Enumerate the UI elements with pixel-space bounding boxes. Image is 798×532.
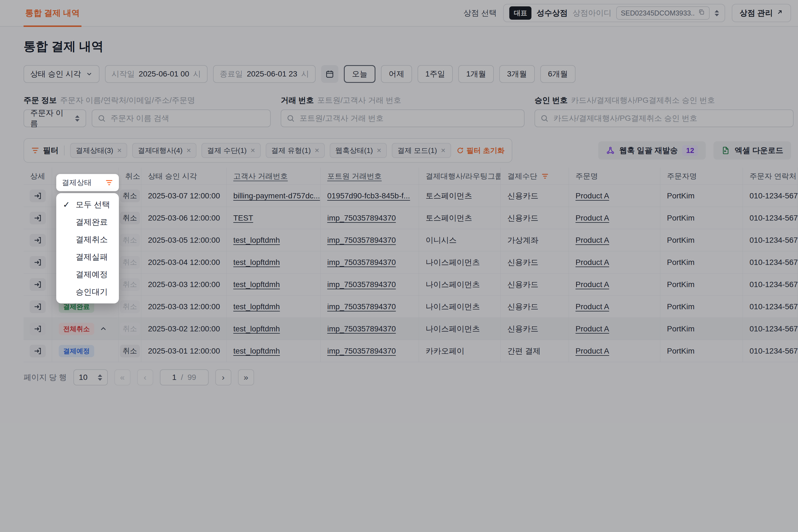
filter-funnel-icon — [105, 178, 113, 187]
status-filter-option[interactable]: 승인대기 — [56, 283, 119, 301]
status-column-filter-cell[interactable]: 결제상태 — [56, 174, 119, 191]
status-filter-option-label: 결제완료 — [76, 217, 108, 228]
status-filter-option[interactable]: ✓모두 선택 — [56, 196, 119, 213]
status-filter-option-label: 결제예정 — [76, 269, 108, 280]
status-filter-option-label: 승인대기 — [76, 286, 108, 298]
status-filter-option[interactable]: 결제실패 — [56, 248, 119, 266]
check-icon: ✓ — [63, 200, 70, 209]
status-filter-option[interactable]: 결제취소 — [56, 231, 119, 248]
status-filter-option-label: 결제취소 — [76, 234, 108, 245]
status-filter-option-label: 결제실패 — [76, 252, 108, 263]
integrated-payments-page: 통합 결제 내역 상점 선택 대표 성수상점 상점아이디 SED02345DCO… — [0, 0, 798, 532]
status-filter-dropdown: ✓모두 선택결제완료결제취소결제실패결제예정승인대기 — [56, 193, 119, 303]
status-filter-option[interactable]: 결제예정 — [56, 266, 119, 283]
status-column-label: 결제상태 — [62, 177, 92, 188]
dim-overlay — [0, 0, 798, 532]
status-filter-option-label: 모두 선택 — [76, 199, 110, 210]
status-filter-option[interactable]: 결제완료 — [56, 213, 119, 231]
